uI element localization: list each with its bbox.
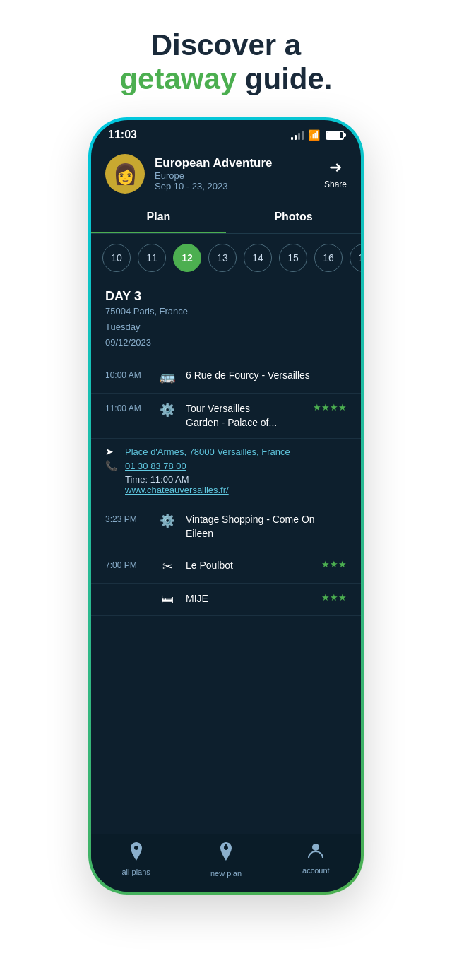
item-time-1: 10:00 AM — [105, 370, 149, 380]
item-time-2: 11:00 AM — [105, 403, 149, 413]
account-icon — [308, 842, 323, 863]
detail-phone-row: 📞 01 30 83 78 00 — [105, 460, 347, 471]
detail-block: ➤ Place d'Armes, 78000 Versailles, Franc… — [91, 439, 361, 504]
all-plans-label: all plans — [121, 868, 150, 876]
headline-dark: guide. — [237, 62, 332, 95]
activity-icon-1: ⚙️ — [159, 402, 176, 418]
day-details: 75004 Paris, France Tuesday 09/12/2023 — [105, 304, 347, 350]
item-stars-4: ★★★ — [316, 559, 347, 569]
all-plans-icon — [129, 842, 143, 865]
day-17[interactable]: 17 — [350, 244, 361, 272]
item-title-3: Vintage Shopping - Come OnEileen — [186, 513, 315, 541]
status-icons: 📶 — [291, 129, 344, 141]
day-12[interactable]: 12 — [173, 244, 201, 272]
detail-time: Time: 11:00 AM — [105, 474, 347, 485]
tab-plan[interactable]: Plan — [91, 202, 226, 233]
navigation-icon: ➤ — [105, 446, 118, 457]
trip-dates: Sep 10 - 23, 2023 — [155, 181, 314, 191]
day-11[interactable]: 11 — [138, 244, 166, 272]
item-stars-5: ★★★ — [316, 592, 347, 603]
item-row-4: Le Poulbot ★★★ — [186, 559, 347, 573]
share-icon: ➜ — [329, 158, 342, 177]
headline-green: getaway — [119, 62, 237, 95]
avatar: 👩 — [105, 154, 145, 194]
bus-icon: 🚌 — [159, 369, 176, 384]
svg-text:+: + — [224, 844, 227, 849]
detail-address-row: ➤ Place d'Armes, 78000 Versailles, Franc… — [105, 446, 347, 457]
item-time-3: 3:23 PM — [105, 514, 149, 524]
signal-icon — [291, 130, 304, 140]
trip-info: European Adventure Europe Sep 10 - 23, 2… — [155, 156, 314, 191]
dining-icon: ✂ — [159, 559, 176, 574]
detail-phone[interactable]: 01 30 83 78 00 — [125, 461, 186, 471]
status-time: 11:03 — [108, 129, 137, 141]
item-title-4: Le Poulbot — [186, 559, 233, 573]
share-label: Share — [324, 179, 347, 189]
schedule-item-2[interactable]: 11:00 AM ⚙️ Tour VersaillesGarden - Pala… — [91, 394, 361, 439]
tabs: Plan Photos — [91, 202, 361, 234]
day-13[interactable]: 13 — [208, 244, 237, 272]
item-row-2: Tour VersaillesGarden - Palace of... ★★★… — [186, 402, 347, 430]
new-plan-label: new plan — [210, 869, 242, 878]
day-selector: 10 11 12 13 14 15 16 17 — [91, 234, 361, 282]
phone-screen: 11:03 📶 👩 European Adventure Europe Sep … — [91, 120, 361, 892]
day-16[interactable]: 16 — [314, 244, 343, 272]
item-row-3: Vintage Shopping - Come OnEileen — [186, 513, 347, 541]
wifi-icon: 📶 — [308, 129, 320, 141]
day-info: DAY 3 75004 Paris, France Tuesday 09/12/… — [91, 282, 361, 360]
schedule-item-4[interactable]: 7:00 PM ✂ Le Poulbot ★★★ — [91, 550, 361, 584]
tab-photos[interactable]: Photos — [226, 202, 361, 233]
svg-point-3 — [312, 844, 319, 851]
headline: Discover a getaway guide. — [119, 28, 332, 96]
trip-location: Europe — [155, 170, 314, 181]
bottom-nav: all plans + new plan — [91, 834, 361, 892]
item-time-4: 7:00 PM — [105, 560, 149, 570]
status-bar: 11:03 📶 — [91, 120, 361, 147]
schedule-item-3[interactable]: 3:23 PM ⚙️ Vintage Shopping - Come OnEil… — [91, 504, 361, 550]
detail-website[interactable]: www.chateauversailles.fr/ — [125, 485, 229, 495]
new-plan-icon: + — [219, 842, 233, 866]
phone-frame: 11:03 📶 👩 European Adventure Europe Sep … — [88, 117, 364, 895]
day-15[interactable]: 15 — [279, 244, 307, 272]
day-label: DAY 3 — [105, 289, 347, 304]
detail-address[interactable]: Place d'Armes, 78000 Versailles, France — [125, 447, 290, 457]
battery-icon — [326, 131, 344, 140]
schedule: 10:00 AM 🚌 6 Rue de Fourcy - Versailles … — [91, 360, 361, 834]
schedule-item-1[interactable]: 10:00 AM 🚌 6 Rue de Fourcy - Versailles — [91, 360, 361, 394]
trip-header: 👩 European Adventure Europe Sep 10 - 23,… — [91, 147, 361, 202]
item-stars-2: ★★★★ — [307, 402, 347, 413]
day-14[interactable]: 14 — [244, 244, 272, 272]
item-title-1: 6 Rue de Fourcy - Versailles — [186, 369, 310, 383]
activity-icon-2: ⚙️ — [159, 513, 176, 529]
item-row-5: MIJE ★★★ — [186, 592, 347, 606]
item-title-5: MIJE — [186, 592, 208, 606]
nav-new-plan[interactable]: + new plan — [181, 842, 270, 878]
day-10[interactable]: 10 — [102, 244, 131, 272]
item-title-2: Tour VersaillesGarden - Palace of... — [186, 402, 277, 430]
schedule-item-5[interactable]: 🛏 MIJE ★★★ — [91, 584, 361, 616]
nav-all-plans[interactable]: all plans — [91, 842, 181, 878]
headline-line2: getaway guide. — [119, 62, 332, 96]
item-row-1: 6 Rue de Fourcy - Versailles — [186, 369, 347, 383]
nav-account[interactable]: account — [271, 842, 361, 878]
hotel-icon: 🛏 — [159, 592, 176, 607]
phone-icon: 📞 — [105, 460, 118, 471]
account-label: account — [302, 866, 330, 875]
trip-name: European Adventure — [155, 156, 314, 170]
headline-line1: Discover a — [119, 28, 332, 62]
share-button[interactable]: ➜ Share — [324, 158, 347, 189]
